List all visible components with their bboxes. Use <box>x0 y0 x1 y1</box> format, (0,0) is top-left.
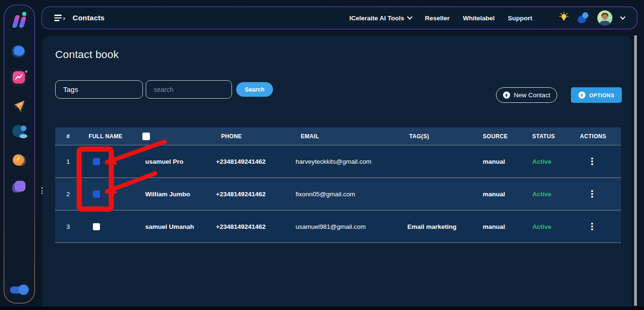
contact-status-badge: Active <box>520 210 567 243</box>
table-header-row: # FULL NAME PHONE EMAIL TAG(S) SOURCE ST… <box>55 127 621 145</box>
header-full-name: FULL NAME <box>81 127 137 145</box>
contact-tags <box>396 145 472 177</box>
contact-email: usamuel981@gmail.com <box>288 210 396 243</box>
plus-icon <box>578 92 586 99</box>
contact-email: harveyteckkits@gmail.com <box>288 145 396 177</box>
main-content: Contact book Tags Search New Contact OPT… <box>42 36 632 307</box>
sidebar <box>4 5 35 303</box>
header-title: Contacts <box>73 14 105 22</box>
nav-whitelabel[interactable]: Whitelabel <box>463 15 495 22</box>
contact-phone: +2348149241462 <box>215 145 288 177</box>
contact-source: manual <box>472 145 520 177</box>
vertical-scrollbar[interactable] <box>634 35 637 306</box>
theme-toggle[interactable] <box>9 284 30 296</box>
top-header: › Contacts ICeleraite AI Tools Reseller … <box>41 7 637 29</box>
nav-reseller[interactable]: Reseller <box>425 15 450 22</box>
row-actions-menu[interactable] <box>589 188 595 200</box>
contact-phone: +2348149241462 <box>215 178 288 210</box>
contact-source: manual <box>472 210 520 243</box>
contact-tags <box>396 178 472 210</box>
user-avatar[interactable] <box>597 10 612 25</box>
options-button[interactable]: OPTIONS <box>571 87 622 103</box>
contact-name: usamuel Pro <box>137 145 215 177</box>
analytics-icon[interactable] <box>11 69 27 85</box>
table-body: 1 usamuel Pro +2348149241462 harveyteckk… <box>55 145 621 243</box>
header-source: SOURCE <box>472 127 520 145</box>
account-chevron-down-icon[interactable] <box>620 14 625 19</box>
header-num: # <box>55 127 81 145</box>
new-contact-button[interactable]: New Contact <box>496 87 557 103</box>
row-actions-menu[interactable] <box>589 156 595 167</box>
menu-toggle-icon[interactable]: › <box>54 15 66 21</box>
select-all-checkbox[interactable] <box>142 133 150 140</box>
app-logo-icon[interactable] <box>11 11 27 27</box>
row-number: 3 <box>55 210 81 243</box>
contacts-table: # FULL NAME PHONE EMAIL TAG(S) SOURCE ST… <box>55 127 621 243</box>
chevron-down-icon <box>407 14 413 19</box>
table-row: 2 William Jumbo +2348149241462 fixonn05@… <box>55 178 621 210</box>
header-email: EMAIL <box>288 127 396 145</box>
contact-tags: Email marketing <box>396 210 472 243</box>
row-checkbox[interactable] <box>93 158 100 165</box>
contact-name: samuel Umanah <box>137 210 215 243</box>
nav-support[interactable]: Support <box>508 15 532 22</box>
header-status: STATUS <box>520 127 567 145</box>
row-actions-menu[interactable] <box>589 221 595 232</box>
activity-icon[interactable] <box>11 152 27 168</box>
search-button[interactable]: Search <box>236 82 273 97</box>
contact-status-badge: Active <box>520 145 567 177</box>
header-tags: TAG(S) <box>396 127 472 145</box>
header-phone: PHONE <box>215 127 288 145</box>
contact-phone: +2348149241462 <box>215 210 288 243</box>
chat-icon[interactable] <box>11 43 27 59</box>
notifications-icon[interactable] <box>578 12 589 24</box>
nav-ai-tools[interactable]: ICeleraite AI Tools <box>349 15 412 22</box>
contact-name: William Jumbo <box>137 178 215 210</box>
contacts-icon[interactable] <box>11 124 27 140</box>
plus-icon <box>503 92 510 99</box>
page-background: › Contacts ICeleraite AI Tools Reseller … <box>0 0 644 310</box>
row-number: 2 <box>55 178 81 210</box>
send-icon[interactable] <box>11 98 27 114</box>
row-number: 1 <box>55 145 81 177</box>
row-checkbox[interactable] <box>93 223 100 230</box>
page-title: Contact book <box>55 49 119 61</box>
contact-status-badge: Active <box>520 178 567 210</box>
contact-source: manual <box>472 178 520 210</box>
row-checkbox[interactable] <box>93 191 100 198</box>
table-row: 3 samuel Umanah +2348149241462 usamuel98… <box>55 210 621 243</box>
contact-email: fixonn05@gmail.com <box>288 178 396 210</box>
apps-icon[interactable] <box>11 179 27 195</box>
search-input[interactable] <box>146 80 232 99</box>
header-actions: ACTIONS <box>567 127 621 145</box>
table-row: 1 usamuel Pro +2348149241462 harveyteckk… <box>55 145 621 178</box>
tags-filter-select[interactable]: Tags <box>55 80 143 99</box>
bottom-edge <box>0 307 644 310</box>
tips-lightbulb-icon[interactable] <box>559 12 569 24</box>
